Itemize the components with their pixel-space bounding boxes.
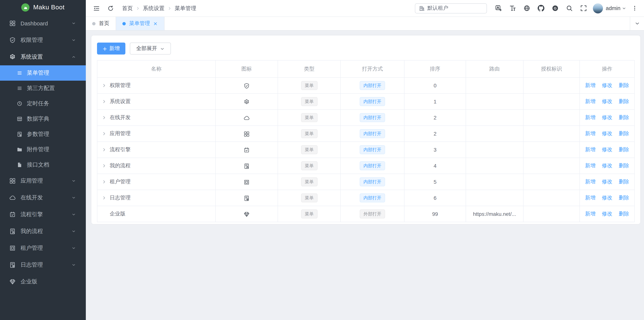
row-action-2[interactable]: 删除 — [619, 211, 629, 217]
sidebar-item-5[interactable]: 流程引擎 — [0, 206, 86, 223]
sidebar-item-label: Dashboard — [20, 20, 48, 27]
row-action-0[interactable]: 新增 — [585, 146, 596, 152]
header-right: 默认租户 G admin — [415, 1, 640, 15]
chevron-right-icon[interactable] — [102, 164, 106, 168]
collapse-sidebar-icon[interactable] — [93, 5, 100, 12]
row-action-1[interactable]: 修改 — [602, 195, 612, 200]
font-size-icon — [509, 5, 516, 12]
user-name[interactable]: admin — [606, 5, 620, 11]
app-logo[interactable]: Maku Boot — [0, 0, 86, 15]
tab-bar: 首页菜单管理 — [86, 17, 644, 31]
row-action-0[interactable]: 新增 — [585, 162, 596, 168]
row-action-2[interactable]: 删除 — [619, 98, 629, 104]
chevron-right-icon[interactable] — [102, 116, 106, 120]
sidebar-subitem-2-2[interactable]: 定时任务 — [0, 96, 86, 111]
breadcrumb-item-0[interactable]: 首页 — [122, 5, 133, 12]
row-action-2[interactable]: 删除 — [619, 114, 629, 120]
font-size-button[interactable] — [506, 1, 520, 15]
row-action-2[interactable]: 删除 — [619, 195, 629, 200]
sidebar-subitem-2-4[interactable]: 参数管理 — [0, 127, 86, 142]
shield-check-icon — [244, 83, 250, 89]
row-action-0[interactable]: 新增 — [585, 114, 596, 120]
row-action-2[interactable]: 删除 — [619, 178, 629, 184]
sidebar-subitem-2-1[interactable]: 第三方配置 — [0, 81, 86, 96]
svg-text:G: G — [554, 6, 556, 10]
sidebar-item-0[interactable]: Dashboard — [0, 15, 86, 32]
sort-value: 1 — [434, 99, 436, 105]
github-button[interactable] — [534, 1, 548, 15]
row-action-2[interactable]: 删除 — [619, 146, 629, 152]
gear-icon — [9, 54, 16, 60]
add-button-label: 新增 — [109, 45, 120, 52]
chevron-right-icon[interactable] — [102, 100, 106, 104]
type-tag: 菜单 — [301, 113, 318, 122]
sidebar-item-8[interactable]: 日志管理 — [0, 256, 86, 273]
tab-overflow-chevron-down-icon[interactable] — [630, 17, 644, 30]
sidebar-item-3[interactable]: 应用管理 — [0, 172, 86, 189]
gitee-button[interactable]: G — [548, 1, 562, 15]
row-action-1[interactable]: 修改 — [602, 178, 612, 184]
sidebar-subitem-2-6[interactable]: 接口文档 — [0, 157, 86, 172]
chevron-right-icon[interactable] — [102, 132, 106, 136]
chevron-right-icon[interactable] — [102, 180, 106, 184]
sidebar-item-label: 系统设置 — [20, 53, 43, 61]
tenant-select[interactable]: 默认租户 — [415, 3, 487, 13]
header-tools: G — [491, 1, 590, 15]
row-action-1[interactable]: 修改 — [602, 211, 612, 217]
sidebar-subitem-2-0[interactable]: 菜单管理 — [0, 65, 86, 81]
sort-value: 99 — [432, 211, 438, 217]
tab-1[interactable]: 菜单管理 — [116, 17, 164, 30]
kebab-menu-icon[interactable] — [630, 1, 640, 15]
row-action-0[interactable]: 新增 — [585, 211, 596, 217]
row-action-0[interactable]: 新增 — [585, 82, 596, 88]
sidebar-item-9[interactable]: 企业版 — [0, 273, 86, 290]
user-menu-chevron-down-icon[interactable] — [620, 5, 626, 12]
sidebar-subitem-label: 参数管理 — [27, 131, 49, 138]
chevron-right-icon[interactable] — [102, 148, 106, 152]
tab-0[interactable]: 首页 — [86, 17, 116, 30]
row-action-0[interactable]: 新增 — [585, 178, 596, 184]
avatar[interactable] — [593, 3, 603, 13]
fullscreen-button[interactable] — [576, 1, 590, 15]
chevron-right-icon[interactable] — [102, 196, 106, 200]
row-action-1[interactable]: 修改 — [602, 114, 612, 120]
row-action-2[interactable]: 删除 — [619, 162, 629, 168]
row-action-1[interactable]: 修改 — [602, 130, 612, 136]
chevron-down-icon — [72, 246, 76, 250]
close-icon[interactable] — [153, 21, 158, 26]
row-action-0[interactable]: 新增 — [585, 195, 596, 200]
sidebar-item-4[interactable]: 在线开发 — [0, 189, 86, 206]
chevron-right-icon[interactable] — [102, 84, 106, 88]
row-action-2[interactable]: 删除 — [619, 130, 629, 136]
row-action-0[interactable]: 新增 — [585, 98, 596, 104]
globe-button[interactable] — [520, 1, 534, 15]
translate-button[interactable] — [491, 1, 506, 15]
breadcrumb-item-1[interactable]: 系统设置 — [143, 5, 164, 12]
row-action-1[interactable]: 修改 — [602, 98, 612, 104]
sidebar-subitem-2-5[interactable]: 附件管理 — [0, 142, 86, 157]
main-area: 首页系统设置菜单管理 默认租户 G admin 首页菜单管理 — [86, 0, 644, 320]
row-action-1[interactable]: 修改 — [602, 146, 612, 152]
sidebar-item-7[interactable]: 租户管理 — [0, 240, 86, 256]
sidebar-subitem-2-3[interactable]: 数据字典 — [0, 111, 86, 127]
sidebar-subitem-label: 定时任务 — [27, 100, 49, 107]
top-header: 首页系统设置菜单管理 默认租户 G admin — [86, 0, 644, 17]
fullscreen-icon — [580, 5, 587, 12]
sort-value: 0 — [434, 83, 436, 89]
row-action-2[interactable]: 删除 — [619, 82, 629, 88]
row-action-0[interactable]: 新增 — [585, 130, 596, 136]
add-button[interactable]: 新增 — [97, 43, 125, 55]
sidebar-item-6[interactable]: 我的流程 — [0, 223, 86, 240]
menu-management-card: 新增 全部展开 名称图标类型打开方式排序路由授权标识操作 权限管理菜单内部打开0… — [92, 36, 640, 224]
menu-name: 日志管理 — [110, 195, 130, 200]
gitee-icon: G — [552, 5, 558, 12]
sidebar-item-1[interactable]: 权限管理 — [0, 32, 86, 49]
sidebar-item-label: 权限管理 — [20, 37, 43, 44]
sidebar-item-2[interactable]: 系统设置 — [0, 49, 86, 65]
row-action-1[interactable]: 修改 — [602, 162, 612, 168]
expand-all-button[interactable]: 全部展开 — [130, 43, 171, 55]
column-header-2: 类型 — [278, 60, 341, 78]
refresh-icon[interactable] — [108, 5, 114, 12]
row-action-1[interactable]: 修改 — [602, 82, 612, 88]
search-button[interactable] — [562, 1, 576, 15]
